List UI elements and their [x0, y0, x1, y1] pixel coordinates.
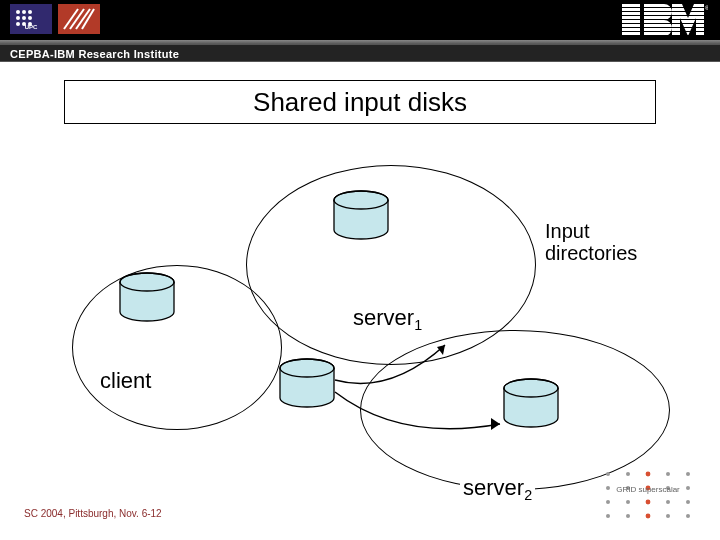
- svg-point-39: [606, 486, 610, 490]
- svg-text:GRID superscalar: GRID superscalar: [616, 485, 680, 494]
- svg-marker-33: [491, 418, 500, 430]
- svg-point-44: [626, 500, 630, 504]
- input-dirs-line2: directories: [545, 242, 637, 264]
- label-server1: server1: [350, 305, 425, 333]
- svg-point-34: [606, 472, 610, 476]
- cylinder-icon: [118, 272, 176, 326]
- label-client: client: [100, 368, 151, 394]
- label-input-directories: Input directories: [545, 220, 637, 264]
- svg-point-55: [646, 500, 651, 505]
- cylinder-icon: [502, 378, 560, 432]
- svg-point-47: [686, 500, 690, 504]
- cylinder-server1-top: [332, 190, 390, 244]
- arrow-to-server2: [330, 382, 510, 462]
- svg-point-48: [606, 514, 610, 518]
- svg-point-53: [646, 472, 651, 477]
- grid-superscalar-logo: GRID superscalar: [598, 466, 698, 522]
- cylinder-shared-bottom: [278, 358, 336, 412]
- grid-dots-icon: GRID superscalar: [598, 466, 698, 522]
- client-text: client: [100, 368, 151, 393]
- ellipse-client: [72, 265, 282, 430]
- svg-point-42: [686, 486, 690, 490]
- svg-point-56: [646, 514, 651, 519]
- footer-text: SC 2004, Pittsburgh, Nov. 6-12: [24, 508, 162, 519]
- diagram-canvas: Input directories server1 client server2: [0, 0, 720, 540]
- cylinder-icon: [278, 358, 336, 412]
- svg-point-43: [606, 500, 610, 504]
- server2-base: server: [463, 475, 524, 500]
- svg-point-51: [666, 514, 670, 518]
- svg-point-52: [686, 514, 690, 518]
- cylinder-client: [118, 272, 176, 326]
- svg-point-49: [626, 514, 630, 518]
- svg-point-46: [666, 500, 670, 504]
- cylinder-server2: [502, 378, 560, 432]
- svg-point-38: [686, 472, 690, 476]
- server2-sub: 2: [524, 487, 532, 503]
- input-dirs-line1: Input: [545, 220, 589, 242]
- server1-sub: 1: [414, 317, 422, 333]
- svg-point-37: [666, 472, 670, 476]
- label-server2: server2: [460, 475, 535, 503]
- cylinder-icon: [332, 190, 390, 244]
- server1-base: server: [353, 305, 414, 330]
- svg-point-35: [626, 472, 630, 476]
